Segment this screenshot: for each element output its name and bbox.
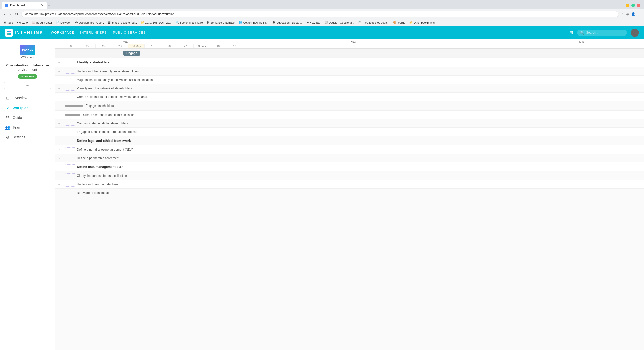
bookmark-readitlater[interactable]: 📖 Read It Later bbox=[30, 20, 54, 25]
sidebar-label-guide: Guide bbox=[13, 116, 22, 120]
extensions-icon[interactable]: ⊕ bbox=[626, 12, 629, 16]
bookmark-ip[interactable]: ● 0.0.0.0 bbox=[15, 21, 29, 25]
row-label-sub3: Visually map the network of stakeholders bbox=[77, 87, 132, 90]
bookmark-gettoknow[interactable]: 🌐 Get to Know Us | T... bbox=[237, 20, 270, 25]
gantt-row-sub4: → Create a contact list of potential net… bbox=[55, 93, 644, 101]
row-label-citizens: Engage citizens in the co-production pro… bbox=[77, 130, 137, 134]
tab-title: Dashboard bbox=[10, 4, 25, 7]
dashed-connector-2 bbox=[65, 69, 75, 74]
bookmark-apps[interactable]: ⊞ Apps bbox=[2, 20, 14, 25]
row-arrow-14: → bbox=[55, 174, 63, 177]
bookmark-doxygen[interactable]: 📄 Doxygen bbox=[55, 20, 73, 25]
bookmark-paratodos[interactable]: 📋 Para todos los usua... bbox=[357, 20, 391, 25]
project-logo-image: MORE lab bbox=[20, 45, 35, 55]
sidebar-label-settings: Settings bbox=[13, 135, 25, 139]
row-arrow-16: → bbox=[55, 191, 63, 194]
profile-icon[interactable]: 👤 bbox=[631, 12, 635, 16]
row-label-identify: Identify stakeholders bbox=[77, 60, 110, 64]
status-badge[interactable]: In progress bbox=[18, 74, 37, 79]
logo-area: INTERLINK bbox=[5, 29, 43, 37]
grid-icon[interactable]: ⊞ bbox=[569, 30, 573, 36]
sidebar-item-team[interactable]: 👥 Team bbox=[0, 123, 55, 132]
row-label-communicate: Communicate benefit for stakeholders bbox=[77, 122, 128, 125]
gantt-row-datamanagement: → Define data management plan bbox=[55, 162, 644, 171]
awareness-bar[interactable] bbox=[65, 114, 80, 116]
bookmark-artime[interactable]: 🎨 artime bbox=[392, 20, 407, 25]
week-10: 10 bbox=[210, 44, 226, 48]
url-input[interactable] bbox=[21, 11, 619, 17]
bookmark-googlemaps[interactable]: 🗺 googlemaps - Goo... bbox=[74, 21, 105, 25]
app-nav: WORKSPACE INTERLINKERS PUBLIC SERVICES bbox=[51, 30, 146, 36]
row-label-awareness: Create awareness and communication bbox=[83, 113, 135, 117]
gantt-row-dataflows: → Understand how the data flows bbox=[55, 180, 644, 189]
gantt-row-sub2: → Map stakeholders, analyse motivation, … bbox=[55, 76, 644, 84]
logo-icon bbox=[6, 30, 11, 35]
window-controls bbox=[626, 4, 642, 7]
reload-button[interactable]: ↻ bbox=[14, 11, 19, 17]
engage-stakeholders-bar[interactable] bbox=[65, 105, 83, 107]
user-avatar[interactable] bbox=[631, 29, 639, 37]
row-arrow-6: → bbox=[55, 104, 63, 107]
gantt-row-clarify: → Clarify the purpose for data collectio… bbox=[55, 171, 644, 180]
forward-button[interactable]: › bbox=[8, 11, 12, 17]
row-label-legal: Define legal and ethical framework bbox=[77, 139, 131, 143]
logo-box bbox=[5, 29, 13, 37]
content-area[interactable]: May May June 8 15 22 29 06 May 13 20 27 … bbox=[55, 39, 644, 350]
gantt-row-communicate: → Communicate benefit for stakeholders bbox=[55, 119, 644, 128]
window-maximize-button[interactable] bbox=[631, 4, 635, 7]
back-button[interactable]: ← bbox=[4, 82, 51, 89]
week-22: 22 bbox=[96, 44, 112, 48]
bookmark-semantic[interactable]: 🗄 Semantic DataBase bbox=[205, 21, 236, 25]
window-close-button[interactable] bbox=[637, 4, 640, 7]
search-input[interactable] bbox=[586, 31, 624, 34]
week-20: 20 bbox=[161, 44, 177, 48]
bookmark-other[interactable]: 📂 Other bookmarks bbox=[408, 20, 436, 25]
gantt-chart: May May June 8 15 22 29 06 May 13 20 27 … bbox=[55, 39, 644, 197]
sidebar-item-overview[interactable]: ⊞ Overview bbox=[0, 93, 55, 103]
search-box: 🔍 bbox=[577, 30, 627, 36]
gantt-row-sub1: → Understand the different types of stak… bbox=[55, 67, 644, 76]
menu-icon[interactable]: ⋮ bbox=[637, 12, 641, 16]
search-icon: 🔍 bbox=[580, 31, 584, 35]
window-minimize-button[interactable] bbox=[626, 4, 629, 7]
nav-interlinkers[interactable]: INTERLINKERS bbox=[80, 30, 107, 36]
back-button[interactable]: ‹ bbox=[3, 11, 6, 17]
dashed-connector-15 bbox=[65, 182, 75, 187]
dashed-connector-4 bbox=[65, 86, 75, 91]
dashed-connector-11 bbox=[65, 147, 75, 152]
gantt-row-citizens: → Engage citizens in the co-production p… bbox=[55, 128, 644, 136]
sidebar-item-settings[interactable]: ⚙ Settings bbox=[0, 132, 55, 142]
nav-public-services[interactable]: PUBLIC SERVICES bbox=[113, 30, 146, 36]
active-tab[interactable]: D Dashboard ✕ bbox=[2, 2, 47, 9]
gantt-row-engage-stakeholders: → Engage stakeholders bbox=[55, 101, 644, 111]
dashed-connector-16 bbox=[65, 191, 75, 195]
dashed-connector-3 bbox=[65, 78, 75, 82]
sidebar-item-workplan[interactable]: ✓ Workplan bbox=[0, 103, 55, 113]
sidebar-item-guide[interactable]: ☷ Guide bbox=[0, 113, 55, 123]
week-27: 27 bbox=[177, 44, 194, 48]
bookmark-newtab[interactable]: ⊕ New Tab bbox=[305, 20, 322, 25]
engage-bar[interactable]: Engage bbox=[123, 51, 140, 56]
row-arrow-12: → bbox=[55, 157, 63, 160]
tab-close-button[interactable]: ✕ bbox=[41, 3, 44, 7]
guide-icon: ☷ bbox=[5, 115, 10, 120]
row-arrow-7: → bbox=[55, 113, 63, 116]
nav-workspace[interactable]: WORKSPACE bbox=[51, 30, 74, 36]
bookmark-image[interactable]: 🖼 Image result for ed... bbox=[106, 21, 138, 25]
project-logo-subtext: ICT for good bbox=[21, 56, 34, 59]
new-tab-button[interactable]: + bbox=[48, 3, 51, 8]
row-arrow-4: → bbox=[55, 87, 63, 90]
gantt-row-legal: → Define legal and ethical framework bbox=[55, 136, 644, 145]
team-icon: 👥 bbox=[5, 125, 10, 130]
svg-rect-2 bbox=[7, 33, 9, 35]
sidebar-label-overview: Overview bbox=[13, 96, 27, 100]
bookmark-seeoriginal[interactable]: 🔍 See original image bbox=[174, 20, 204, 25]
bookmarks-bar: ⊞ Apps ● 0.0.0.0 📖 Read It Later 📄 Doxyg… bbox=[0, 19, 644, 26]
bookmark-103b[interactable]: 📁 103b, 105, 106 - 22... bbox=[139, 20, 173, 25]
bookmark-educacion[interactable]: 🎓 Educación - Depart... bbox=[271, 20, 304, 25]
bookmark-icon[interactable]: ☆ bbox=[621, 12, 624, 16]
sidebar-nav: ⊞ Overview ✓ Workplan ☷ Guide 👥 Team ⚙ S… bbox=[0, 93, 55, 142]
week-17: 17 bbox=[226, 44, 243, 48]
week-03june: 03 June bbox=[194, 44, 210, 48]
bookmark-deusto[interactable]: 📰 Deusto - Google M... bbox=[323, 20, 356, 25]
